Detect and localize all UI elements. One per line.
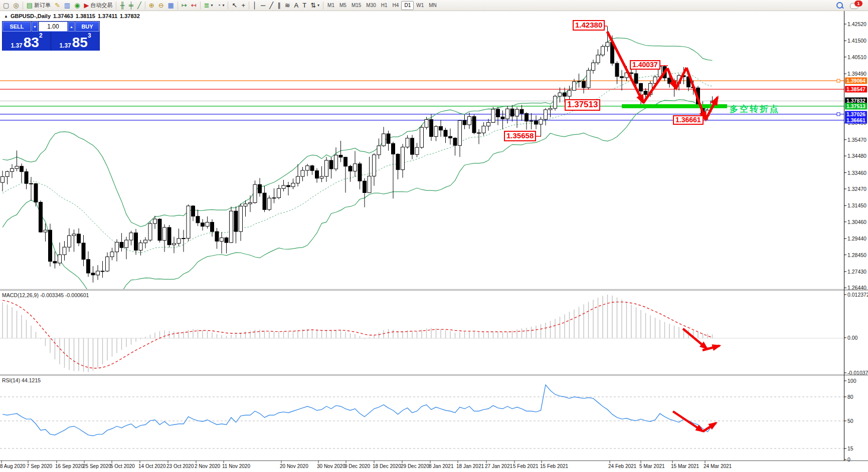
terminal-window: ▢◎▤新订单✎▥◉▶自动交易╫╪╱⊕⊖▦↦↤≣▾◔▾↖+│─╱∥≋AT⇅▾M1M…: [0, 0, 868, 472]
chart-canvas[interactable]: [0, 0, 868, 472]
